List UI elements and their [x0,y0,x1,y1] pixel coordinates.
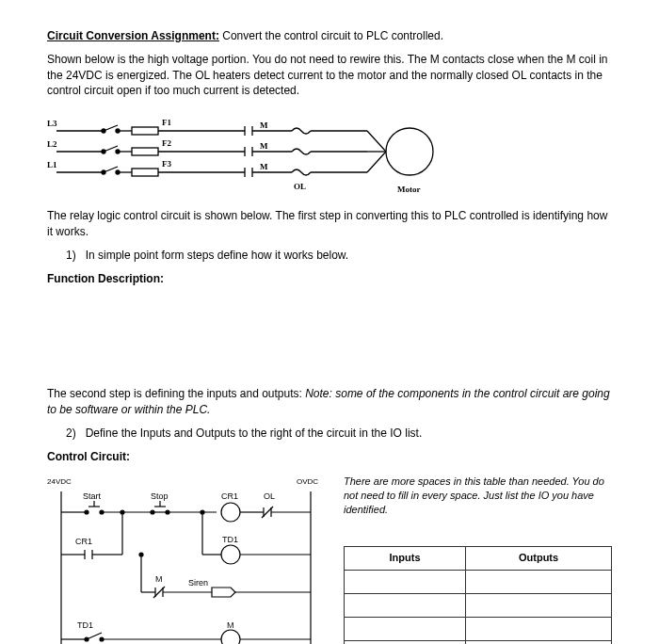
svg-line-90 [87,633,102,639]
intro-text: Shown below is the high voltage portion.… [47,52,612,99]
svg-text:CR1: CR1 [75,537,92,546]
svg-rect-13 [132,127,158,135]
svg-text:L1: L1 [47,160,57,169]
svg-text:M: M [260,121,268,130]
svg-text:Siren: Siren [188,578,208,588]
io-header-outputs: Outputs [466,546,612,570]
svg-text:OVDC: OVDC [297,477,318,486]
mid2-plain: The second step is defining the inputs a… [47,387,305,400]
svg-text:M: M [260,141,268,151]
svg-point-80 [139,553,143,556]
q2-number: 2) [66,427,76,440]
title-rest: Convert the control circuit to PLC contr… [222,29,443,42]
svg-text:M: M [227,620,234,630]
svg-text:OL: OL [294,182,306,191]
title-line: Circuit Conversion Assignment: Convert t… [47,28,612,44]
svg-text:M: M [155,574,163,584]
svg-point-63 [221,503,240,522]
svg-point-77 [221,545,240,564]
q2-text: Define the Inputs and Outputs to the rig… [86,427,423,440]
svg-point-34 [386,128,433,175]
io-header-inputs: Inputs [345,546,466,570]
function-description-heading: Function Description: [47,271,612,287]
q1-number: 1) [66,249,76,262]
svg-point-92 [221,630,240,644]
svg-text:TD1: TD1 [222,535,238,544]
answer-blank-space [47,286,612,380]
svg-point-51 [85,510,88,514]
table-note: There are more spaces in this table than… [344,475,612,518]
table-row [345,617,612,640]
svg-text:CR1: CR1 [221,491,238,501]
svg-text:F1: F1 [162,118,171,127]
table-row [345,570,612,593]
question-1: 1) In simple point form steps define how… [66,248,612,264]
mid-text-2: The second step is defining the inputs a… [47,386,612,418]
svg-text:OL: OL [264,491,275,501]
control-circuit-heading: Control Circuit: [47,449,612,465]
svg-rect-15 [132,148,158,155]
svg-text:Motor: Motor [397,185,421,194]
table-row [345,593,612,617]
title-underlined: Circuit Conversion Assignment: [47,29,219,42]
svg-text:L2: L2 [47,139,57,149]
table-row [345,640,612,644]
svg-text:Stop: Stop [151,491,169,501]
svg-text:24VDC: 24VDC [47,477,72,486]
power-circuit-diagram: L3 L2 L1 F1 F2 F3 M M M OL Motor [47,114,612,199]
q1-text: In simple point form steps define how it… [86,249,348,262]
svg-text:L3: L3 [47,119,57,128]
svg-text:Start: Start [83,491,102,501]
svg-text:F2: F2 [162,138,171,148]
svg-point-74 [121,510,124,514]
mid-text-1: The relay logic control circuit is shown… [47,208,612,240]
power-circuit-svg: L3 L2 L1 F1 F2 F3 M M M OL Motor [47,114,452,203]
svg-text:TD1: TD1 [77,620,93,630]
svg-text:M: M [260,162,268,171]
io-table: Inputs Outputs [344,546,612,644]
control-circuit-svg: 24VDC OVDC [47,475,330,644]
right-column: There are more spaces in this table than… [344,475,612,644]
question-2: 2) Define the Inputs and Outputs to the … [66,426,612,442]
svg-text:F3: F3 [162,159,171,169]
svg-rect-17 [132,169,158,176]
